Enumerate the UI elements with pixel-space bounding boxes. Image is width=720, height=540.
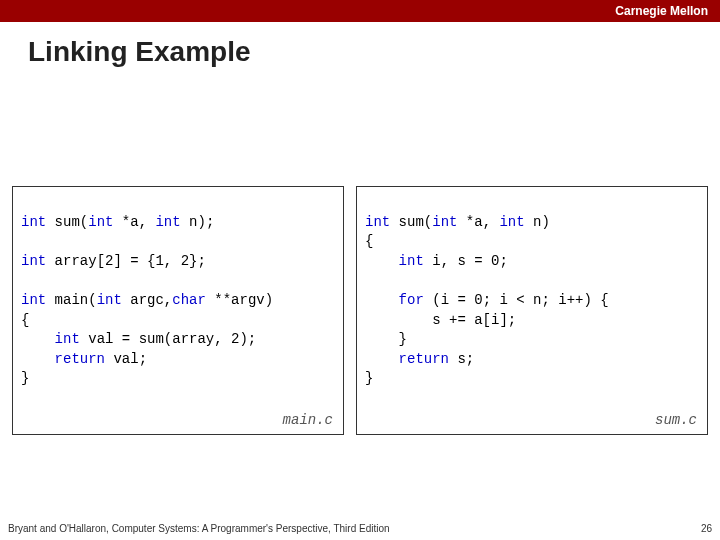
code-text: s; — [449, 351, 474, 367]
code-text: } — [21, 370, 29, 386]
code-text: sum( — [390, 214, 432, 230]
code-text: *a, — [113, 214, 155, 230]
kw-int: int — [21, 214, 46, 230]
code-row: int sum(int *a, int n); int array[2] = {… — [0, 186, 720, 435]
code-text: sum( — [46, 214, 88, 230]
kw-return: return — [55, 351, 105, 367]
code-text: val = sum(array, 2); — [80, 331, 256, 347]
code-text: s += a[i]; — [365, 312, 516, 328]
slide-title: Linking Example — [0, 22, 720, 68]
code-text: **argv) — [206, 292, 273, 308]
code-text: main( — [46, 292, 96, 308]
code-text: argc, — [122, 292, 172, 308]
code-text: *a, — [457, 214, 499, 230]
code-text: } — [365, 331, 407, 347]
code-box-sum: int sum(int *a, int n) { int i, s = 0; f… — [356, 186, 708, 435]
code-text: { — [365, 233, 373, 249]
code-text: n) — [525, 214, 550, 230]
code-box-main: int sum(int *a, int n); int array[2] = {… — [12, 186, 344, 435]
code-text — [21, 351, 55, 367]
kw-int: int — [21, 253, 46, 269]
kw-return: return — [399, 351, 449, 367]
kw-for: for — [399, 292, 424, 308]
footer: Bryant and O'Hallaron, Computer Systems:… — [8, 523, 712, 534]
code-text: (i = 0; i < n; i++) { — [424, 292, 609, 308]
kw-int: int — [432, 214, 457, 230]
kw-int: int — [499, 214, 524, 230]
code-text — [21, 331, 55, 347]
filename-label: sum.c — [655, 411, 697, 431]
kw-int: int — [365, 214, 390, 230]
footer-citation: Bryant and O'Hallaron, Computer Systems:… — [8, 523, 390, 534]
kw-int: int — [55, 331, 80, 347]
filename-label: main.c — [283, 411, 333, 431]
code-text: n); — [181, 214, 215, 230]
kw-int: int — [399, 253, 424, 269]
code-text: { — [21, 312, 29, 328]
code-text: } — [365, 370, 373, 386]
page-number: 26 — [701, 523, 712, 534]
kw-int: int — [97, 292, 122, 308]
code-text: array[2] = {1, 2}; — [46, 253, 206, 269]
kw-int: int — [155, 214, 180, 230]
kw-int: int — [21, 292, 46, 308]
kw-int: int — [88, 214, 113, 230]
header-bar: Carnegie Mellon — [0, 0, 720, 22]
code-text: val; — [105, 351, 147, 367]
code-text — [365, 292, 399, 308]
code-text: i, s = 0; — [424, 253, 508, 269]
code-text — [365, 351, 399, 367]
code-text — [365, 253, 399, 269]
header-org: Carnegie Mellon — [615, 4, 708, 18]
kw-char: char — [172, 292, 206, 308]
